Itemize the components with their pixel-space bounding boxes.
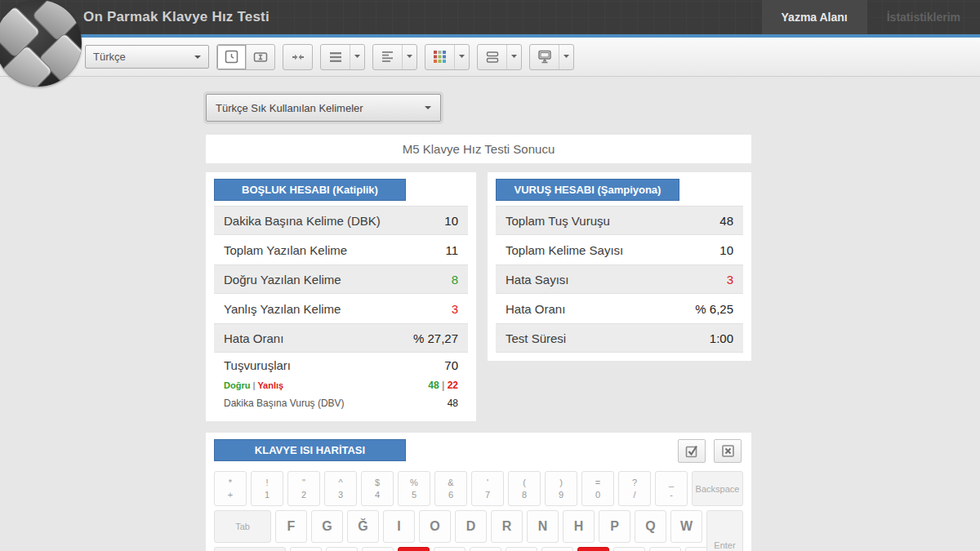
- stat-value: 10: [719, 243, 733, 257]
- key-Y: Y: [613, 547, 645, 551]
- chevron-down-icon: [354, 55, 360, 59]
- key-row-3: Caps LockUİEAÜTKMLYŞX: [214, 547, 743, 551]
- stat-row: Dakika Başına Kelime (DBK) 10: [214, 206, 468, 235]
- stat-row: Hata Oranı % 6,25: [496, 294, 743, 323]
- stat-row: Yanlış Yazılan Kelime 3: [214, 294, 468, 323]
- stat-label: Dakika Başına Kelime (DBK): [224, 214, 381, 228]
- color-theme-button[interactable]: [425, 45, 454, 69]
- key-İ: İ: [326, 547, 358, 551]
- stat-label: Dakika Başına Vuruş (DBV): [224, 398, 345, 409]
- header-tabs: Yazma Alanı İstatistiklerim: [762, 0, 980, 34]
- key-A: A: [398, 547, 430, 551]
- row-layout-caret[interactable]: [506, 45, 521, 69]
- key-M: M: [541, 547, 573, 551]
- stat-label: Hata Oranı: [224, 331, 283, 345]
- stat-row: Hata Oranı % 27,27: [214, 323, 468, 353]
- collapse-arrows-icon: [292, 51, 305, 64]
- wordlist-dropdown-value: Türkçe Sık Kullanılan Kelimeler: [216, 102, 363, 114]
- key-Ğ: Ğ: [347, 510, 379, 543]
- correct-label: Doğru: [224, 380, 250, 390]
- stat-label: Toplam Kelime Sayısı: [506, 243, 623, 257]
- align-text-caret[interactable]: [402, 45, 416, 69]
- timer-button[interactable]: [217, 45, 246, 69]
- monitor-icon: [537, 50, 552, 64]
- chevron-down-icon: [194, 55, 201, 60]
- space-calc-panel-title: BOŞLUK HESABI (Katiplik): [214, 179, 406, 201]
- stat-label: Doğru Yazılan Kelime: [224, 273, 341, 287]
- result-title: M5 Klavye Hız Testi Sonucu: [403, 142, 555, 156]
- key-row-1: *+!1"2^3$4%5&6'7(8)9=0?/_-Backspace: [214, 471, 743, 506]
- collapse-group: [283, 44, 313, 70]
- key-P: P: [599, 510, 630, 543]
- collapse-arrows-button[interactable]: [283, 45, 312, 69]
- color-grid-icon: [434, 51, 446, 63]
- timer-textbox-group: [216, 44, 275, 70]
- accent-bar: [0, 34, 980, 38]
- key-1: !1: [251, 471, 283, 506]
- key-Ş: Ş: [649, 547, 681, 551]
- key-5: %5: [398, 471, 430, 506]
- check-icon: [685, 444, 699, 458]
- chevron-down-icon: [511, 55, 517, 59]
- key-tab: Tab: [214, 510, 271, 543]
- stat-row-dbv: Dakika Başına Vuruş (DBV) 48: [214, 393, 468, 413]
- lines-icon: [329, 51, 342, 63]
- row-layout-button[interactable]: [478, 45, 506, 69]
- stat-row: Toplam Tuş Vuruşu 48: [496, 206, 743, 235]
- key--: _-: [655, 471, 688, 506]
- toolbar: Türkçe: [0, 38, 980, 77]
- language-select[interactable]: Türkçe: [85, 45, 209, 69]
- stat-value: % 27,27: [413, 331, 458, 345]
- heatmap-actions: [678, 439, 743, 463]
- app-header: On Parmak Klavye Hız Testi Yazma Alanı İ…: [0, 0, 980, 34]
- key-R: R: [491, 510, 523, 543]
- wrong-value: 22: [448, 380, 458, 391]
- textbox-icon: [253, 51, 268, 64]
- result-title-bar: M5 Klavye Hız Testi Sonucu: [206, 135, 751, 163]
- display-caret[interactable]: [559, 45, 573, 69]
- stroke-calc-rows: Toplam Tuş Vuruşu 48 Toplam Kelime Sayıs…: [496, 206, 743, 353]
- key-U: U: [290, 547, 322, 551]
- layout-group: [477, 44, 522, 70]
- stat-value: 3: [452, 302, 458, 316]
- line-spacing-button[interactable]: [321, 45, 350, 69]
- key-0: =0: [581, 471, 614, 506]
- space-calc-panel: BOŞLUK HESABI (Katiplik) Dakika Başına K…: [206, 172, 476, 421]
- key-F: F: [275, 510, 307, 543]
- align-left-icon: [381, 51, 394, 63]
- color-theme-caret[interactable]: [454, 45, 469, 69]
- heatmap-close-button[interactable]: [714, 439, 742, 463]
- key-3: ^3: [324, 471, 357, 506]
- stat-value: % 6,25: [695, 302, 733, 316]
- tab-istatistiklerim[interactable]: İstatistiklerim: [867, 0, 980, 34]
- line-spacing-caret[interactable]: [350, 45, 364, 69]
- timer-icon: [225, 50, 238, 64]
- breakdown-values: 48 | 22: [428, 380, 458, 391]
- virtual-keyboard: *+!1"2^3$4%5&6'7(8)9=0?/_-Backspace TabF…: [214, 471, 743, 551]
- key-4: $4: [361, 471, 394, 506]
- key-8: (8: [508, 471, 541, 506]
- key-backspace: Backspace: [692, 471, 743, 506]
- stacked-rows-icon: [486, 51, 499, 64]
- key-capslock: Caps Lock: [214, 547, 286, 551]
- textbox-button[interactable]: [246, 45, 274, 69]
- key-enter: Enter: [706, 510, 743, 551]
- tab-yazma-alani[interactable]: Yazma Alanı: [762, 0, 867, 34]
- language-select-value: Türkçe: [93, 51, 126, 63]
- stat-label: Toplam Yazılan Kelime: [224, 243, 347, 257]
- heatmap-enable-button[interactable]: [678, 439, 706, 463]
- key-6: &6: [434, 471, 467, 506]
- key-G: G: [311, 510, 343, 543]
- display-button[interactable]: [530, 45, 559, 69]
- stat-label: Toplam Tuş Vuruşu: [506, 214, 610, 228]
- key-E: E: [362, 547, 394, 551]
- breakdown-labels: Doğru | Yanlış: [224, 380, 283, 390]
- key-H: H: [563, 510, 595, 543]
- wordlist-dropdown[interactable]: Türkçe Sık Kullanılan Kelimeler: [206, 94, 441, 122]
- stat-row-keystrokes: Tuşvuruşları 70: [214, 353, 468, 377]
- lines-group: [320, 44, 365, 70]
- key-W: W: [670, 510, 702, 543]
- align-text-button[interactable]: [373, 45, 402, 69]
- key-T: T: [470, 547, 501, 551]
- key-I: I: [383, 510, 415, 543]
